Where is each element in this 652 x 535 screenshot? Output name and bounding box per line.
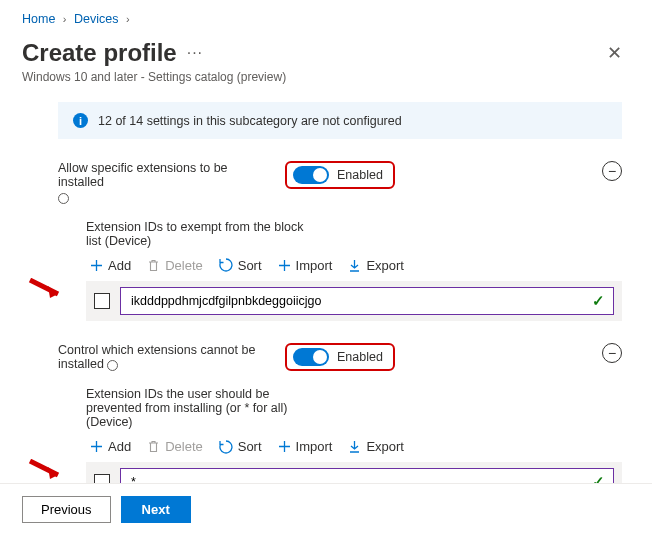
chevron-right-icon: › bbox=[122, 13, 134, 25]
delete-button: Delete bbox=[147, 439, 203, 454]
toggle-allow-extensions-highlight: Enabled bbox=[285, 161, 395, 189]
sort-button[interactable]: Sort bbox=[219, 258, 262, 273]
info-bar: i 12 of 14 settings in this subcategory … bbox=[58, 102, 622, 139]
info-bar-text: 12 of 14 settings in this subcategory ar… bbox=[98, 114, 402, 128]
remove-setting-button[interactable]: − bbox=[602, 161, 622, 181]
import-button[interactable]: Import bbox=[278, 439, 333, 454]
next-button[interactable]: Next bbox=[121, 496, 191, 523]
help-icon[interactable] bbox=[107, 360, 118, 371]
toggle-state-label: Enabled bbox=[337, 350, 383, 364]
annotation-arrow-icon bbox=[28, 459, 62, 481]
page-subtitle: Windows 10 and later - Settings catalog … bbox=[22, 70, 630, 84]
subsetting-label-blocked-ids: Extension IDs the user should be prevent… bbox=[86, 387, 306, 429]
breadcrumb-devices[interactable]: Devices bbox=[74, 12, 118, 26]
help-icon[interactable] bbox=[58, 193, 69, 204]
previous-button[interactable]: Previous bbox=[22, 496, 111, 523]
subsetting-label-exempt-ids: Extension IDs to exempt from the block l… bbox=[86, 220, 306, 248]
add-button[interactable]: Add bbox=[90, 258, 131, 273]
remove-setting-button[interactable]: − bbox=[602, 343, 622, 363]
add-button[interactable]: Add bbox=[90, 439, 131, 454]
extension-id-input[interactable] bbox=[129, 293, 592, 309]
chevron-right-icon: › bbox=[59, 13, 71, 25]
toggle-block-extensions-highlight: Enabled bbox=[285, 343, 395, 371]
breadcrumb: Home › Devices › bbox=[22, 8, 630, 32]
export-button[interactable]: Export bbox=[348, 439, 404, 454]
delete-button: Delete bbox=[147, 258, 203, 273]
sort-button[interactable]: Sort bbox=[219, 439, 262, 454]
row-checkbox[interactable] bbox=[94, 293, 110, 309]
toggle-state-label: Enabled bbox=[337, 168, 383, 182]
more-actions-button[interactable]: ··· bbox=[187, 44, 203, 62]
page-title: Create profile ··· bbox=[22, 39, 203, 67]
info-icon: i bbox=[73, 113, 88, 128]
toggle-block-extensions[interactable] bbox=[293, 348, 329, 366]
close-button[interactable]: ✕ bbox=[599, 38, 630, 68]
setting-label-block-extensions: Control which extensions cannot be insta… bbox=[58, 343, 255, 371]
valid-check-icon: ✓ bbox=[592, 292, 605, 310]
extension-id-field[interactable]: ✓ bbox=[120, 287, 614, 315]
setting-label-allow-extensions: Allow specific extensions to be installe… bbox=[58, 161, 228, 189]
annotation-arrow-icon bbox=[28, 278, 62, 300]
export-button[interactable]: Export bbox=[348, 258, 404, 273]
import-button[interactable]: Import bbox=[278, 258, 333, 273]
toggle-allow-extensions[interactable] bbox=[293, 166, 329, 184]
breadcrumb-home[interactable]: Home bbox=[22, 12, 55, 26]
